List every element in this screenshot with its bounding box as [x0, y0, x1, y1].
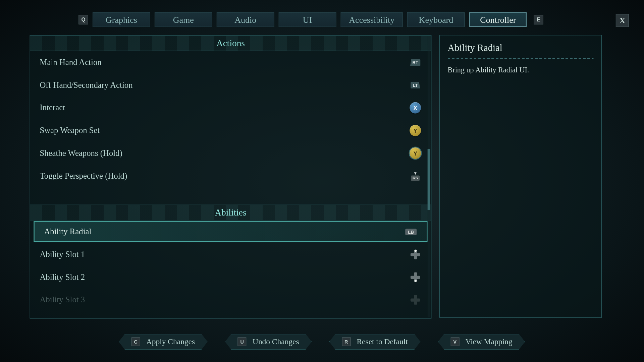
tab-audio[interactable]: Audio — [217, 12, 274, 27]
key-hint: U — [238, 337, 247, 346]
binding-label: Interact — [40, 103, 409, 113]
x-button-icon: X — [409, 104, 421, 112]
prev-tab-key-hint: Q — [78, 15, 88, 24]
tab-controller[interactable]: Controller — [469, 12, 527, 27]
apply-changes-button[interactable]: C Apply Changes — [119, 334, 208, 350]
next-tab-key-hint: E — [534, 15, 544, 24]
section-header-actions: Actions — [30, 35, 431, 51]
y-button-hold-icon: Y — [409, 149, 421, 158]
button-label: Undo Changes — [253, 337, 299, 346]
lb-bumper-icon: LB — [405, 227, 417, 236]
binding-row[interactable]: Ability Slot 2 — [30, 266, 431, 289]
key-hint: R — [342, 337, 351, 346]
tab-accessibility[interactable]: Accessibility — [341, 12, 403, 27]
binding-row-selected[interactable]: Ability Radial LB — [34, 221, 427, 242]
binding-row[interactable]: Sheathe Weapons (Hold) Y — [30, 142, 431, 165]
binding-row[interactable]: Ability Slot 1 — [30, 243, 431, 266]
binding-label: Ability Slot 3 — [40, 295, 409, 305]
binding-row[interactable]: Off Hand/Secondary Action LT — [30, 74, 431, 97]
scrollbar-thumb[interactable] — [428, 149, 430, 210]
bindings-panel: Actions Main Hand Action RT Off Hand/Sec… — [30, 35, 432, 318]
detail-title: Ability Radial — [448, 42, 594, 54]
rs-click-icon: ▼RS — [409, 172, 421, 180]
binding-label: Ability Slot 2 — [40, 272, 409, 282]
binding-row[interactable]: Main Hand Action RT — [30, 51, 431, 74]
section-header-abilities: Abilities — [30, 205, 431, 221]
close-button[interactable]: X — [616, 14, 629, 27]
undo-changes-button[interactable]: U Undo Changes — [225, 334, 312, 350]
detail-description: Bring up Ability Radial UI. — [448, 65, 594, 75]
key-hint: C — [131, 337, 140, 346]
dpad-left-icon — [409, 295, 421, 304]
detail-divider — [448, 58, 594, 59]
detail-panel: Ability Radial Bring up Ability Radial U… — [439, 35, 602, 318]
tab-ui[interactable]: UI — [279, 12, 336, 27]
rt-trigger-icon: RT — [409, 58, 421, 67]
key-hint: V — [450, 337, 459, 346]
binding-label: Swap Weapon Set — [40, 126, 409, 135]
button-label: View Mapping — [466, 337, 513, 346]
view-mapping-button[interactable]: V View Mapping — [438, 334, 525, 350]
binding-label: Ability Slot 1 — [40, 250, 409, 259]
binding-row[interactable]: Interact X — [30, 97, 431, 119]
lt-trigger-icon: LT — [409, 81, 421, 89]
tab-keyboard[interactable]: Keyboard — [407, 12, 465, 27]
settings-tabs-row: Q Graphics Game Audio UI Accessibility K… — [0, 0, 644, 27]
tab-graphics[interactable]: Graphics — [93, 12, 150, 27]
binding-row[interactable]: Swap Weapon Set Y — [30, 119, 431, 142]
tab-game[interactable]: Game — [155, 12, 212, 27]
binding-label: Main Hand Action — [40, 58, 409, 67]
dpad-down-icon — [409, 273, 421, 282]
button-label: Reset to Default — [357, 337, 408, 346]
binding-row[interactable]: Toggle Perspective (Hold) ▼RS — [30, 165, 431, 187]
button-label: Apply Changes — [146, 337, 195, 346]
bindings-scroll: Actions Main Hand Action RT Off Hand/Sec… — [30, 35, 431, 318]
reset-to-default-button[interactable]: R Reset to Default — [329, 334, 420, 350]
footer-actions: C Apply Changes U Undo Changes R Reset t… — [0, 334, 644, 350]
dpad-up-icon — [409, 250, 421, 259]
binding-label: Toggle Perspective (Hold) — [40, 171, 409, 181]
binding-label: Off Hand/Secondary Action — [40, 80, 409, 90]
y-button-icon: Y — [409, 126, 421, 135]
main-area: Actions Main Hand Action RT Off Hand/Sec… — [0, 27, 644, 319]
binding-row[interactable]: Ability Slot 3 — [30, 289, 431, 311]
binding-label: Ability Radial — [44, 227, 405, 237]
binding-label: Sheathe Weapons (Hold) — [40, 148, 409, 158]
